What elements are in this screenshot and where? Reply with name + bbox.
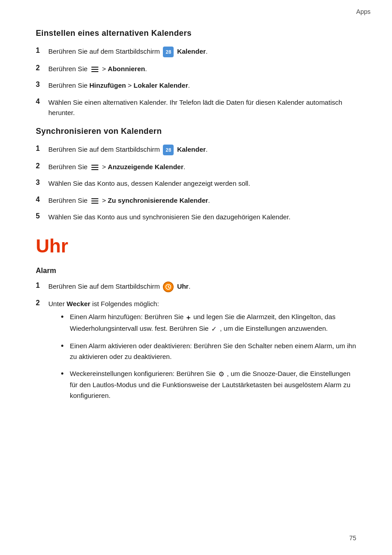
- step-text: Berühren Sie > Abonnieren.: [48, 65, 147, 73]
- step-3-1: 1 Berühren Sie auf dem Startbildschirm U…: [36, 281, 356, 292]
- hamburger-icon: [91, 198, 99, 204]
- subsection-title-alarm: Alarm: [36, 267, 356, 275]
- bullet-dot: •: [61, 368, 70, 380]
- apps-label: Apps: [356, 8, 371, 15]
- page-header: Apps: [0, 0, 392, 15]
- bullet-list: • Einen Alarm hinzufügen: Berühren Sie +…: [61, 312, 356, 401]
- bold-text: Abonnieren: [108, 65, 145, 73]
- bold-text: Wecker: [67, 300, 90, 307]
- step-content: Berühren Sie > Zu synchronisierende Kale…: [48, 195, 356, 205]
- section-title-2: Synchronisieren von Kalendern: [36, 127, 356, 136]
- step-text: Berühren Sie Hinzufügen > Lokaler Kalend…: [48, 81, 190, 89]
- step-number: 1: [36, 144, 48, 153]
- svg-line-2: [168, 287, 170, 288]
- section-alternative-calendar: Einstellen eines alternativen Kalenders …: [36, 29, 356, 118]
- step-number: 1: [36, 281, 48, 290]
- bold-text: Kalender: [177, 47, 206, 55]
- page-number: 75: [349, 534, 356, 542]
- bullet-item-1: • Einen Alarm hinzufügen: Berühren Sie +…: [61, 312, 356, 334]
- hamburger-icon: [91, 66, 99, 73]
- bullet-dot: •: [61, 341, 70, 352]
- calendar-icon: 28: [163, 145, 174, 155]
- step-text: Berühren Sie auf dem Startbildschirm 28 …: [48, 145, 208, 153]
- bullet-dot: •: [61, 312, 70, 323]
- step-content: Wählen Sie einen alternativen Kalender. …: [48, 97, 356, 118]
- hamburger-icon: [91, 164, 99, 171]
- section-alarm: Alarm 1 Berühren Sie auf dem Startbildsc…: [36, 267, 356, 407]
- page-footer: 75: [349, 534, 356, 542]
- step-2-3: 3 Wählen Sie das Konto aus, dessen Kalen…: [36, 178, 356, 188]
- step-text: Berühren Sie auf dem Startbildschirm 28 …: [48, 47, 208, 55]
- step-1-2: 2 Berühren Sie > Abonnieren.: [36, 64, 356, 74]
- plus-icon: +: [187, 312, 191, 324]
- step-content: Berühren Sie > Anzuzeigende Kalender.: [48, 162, 356, 172]
- bold-text: Hinzufügen: [89, 81, 126, 89]
- step-number: 2: [36, 299, 48, 307]
- main-content: Einstellen eines alternativen Kalenders …: [0, 15, 392, 440]
- step-content: Berühren Sie auf dem Startbildschirm Uhr…: [48, 281, 356, 292]
- step-number: 1: [36, 46, 48, 55]
- step-2-2: 2 Berühren Sie > Anzuzeigende Kalender.: [36, 162, 356, 172]
- bullet-text: Einen Alarm hinzufügen: Berühren Sie + u…: [70, 312, 356, 334]
- bullet-text: Einen Alarm aktivieren oder deaktivieren…: [70, 341, 356, 362]
- step-2-5: 5 Wählen Sie das Konto aus und synchroni…: [36, 212, 356, 222]
- section-sync-calendar: Synchronisieren von Kalendern 1 Berühren…: [36, 127, 356, 222]
- step-content: Wählen Sie das Konto aus und synchronisi…: [48, 212, 356, 222]
- big-section-uhr: Uhr: [36, 235, 356, 257]
- bold-text: Lokaler Kalender: [134, 81, 188, 89]
- bold-text: Zu synchronisierende Kalender: [108, 196, 208, 204]
- bullet-text: Weckereinstellungen konfigurieren: Berüh…: [70, 368, 356, 401]
- bold-text: Uhr: [177, 282, 189, 290]
- step-number: 4: [36, 195, 48, 204]
- step-content: Unter Wecker ist Folgendes möglich: • Ei…: [48, 299, 356, 407]
- step-1-4: 4 Wählen Sie einen alternativen Kalender…: [36, 97, 356, 118]
- step-text: Berühren Sie auf dem Startbildschirm Uhr…: [48, 282, 191, 290]
- step-content: Wählen Sie das Konto aus, dessen Kalende…: [48, 178, 356, 188]
- check-icon: ✓: [211, 324, 217, 334]
- step-text: Berühren Sie > Zu synchronisierende Kale…: [48, 196, 210, 204]
- step-2-1: 1 Berühren Sie auf dem Startbildschirm 2…: [36, 144, 356, 155]
- step-content: Berühren Sie Hinzufügen > Lokaler Kalend…: [48, 80, 356, 90]
- step-2-4: 4 Berühren Sie > Zu synchronisierende Ka…: [36, 195, 356, 205]
- bullet-item-2: • Einen Alarm aktivieren oder deaktivier…: [61, 341, 356, 362]
- bullet-item-3: • Weckereinstellungen konfigurieren: Ber…: [61, 368, 356, 401]
- step-3-2: 2 Unter Wecker ist Folgendes möglich: • …: [36, 299, 356, 407]
- step-text: Berühren Sie > Anzuzeigende Kalender.: [48, 163, 185, 171]
- step-text: Unter Wecker ist Folgendes möglich:: [48, 300, 159, 307]
- step-number: 5: [36, 212, 48, 220]
- step-number: 4: [36, 97, 48, 106]
- step-content: Berühren Sie auf dem Startbildschirm 28 …: [48, 46, 356, 57]
- gear-icon: ⚙: [218, 369, 224, 380]
- step-number: 3: [36, 80, 48, 89]
- calendar-icon: 28: [163, 47, 174, 57]
- big-section-title: Uhr: [36, 235, 356, 257]
- step-number: 2: [36, 162, 48, 170]
- step-1-3: 3 Berühren Sie Hinzufügen > Lokaler Kale…: [36, 80, 356, 90]
- bold-text: Anzuzeigende Kalender: [108, 163, 183, 171]
- step-content: Berühren Sie > Abonnieren.: [48, 64, 356, 74]
- step-number: 2: [36, 64, 48, 72]
- step-text: Wählen Sie einen alternativen Kalender. …: [48, 98, 342, 116]
- section-title-1: Einstellen eines alternativen Kalenders: [36, 29, 356, 38]
- bold-text: Kalender: [177, 145, 206, 153]
- step-1-1: 1 Berühren Sie auf dem Startbildschirm 2…: [36, 46, 356, 57]
- step-content: Berühren Sie auf dem Startbildschirm 28 …: [48, 144, 356, 155]
- step-text: Wählen Sie das Konto aus und synchronisi…: [48, 213, 290, 221]
- step-text: Wählen Sie das Konto aus, dessen Kalende…: [48, 179, 250, 187]
- step-number: 3: [36, 178, 48, 187]
- clock-icon: [163, 282, 174, 292]
